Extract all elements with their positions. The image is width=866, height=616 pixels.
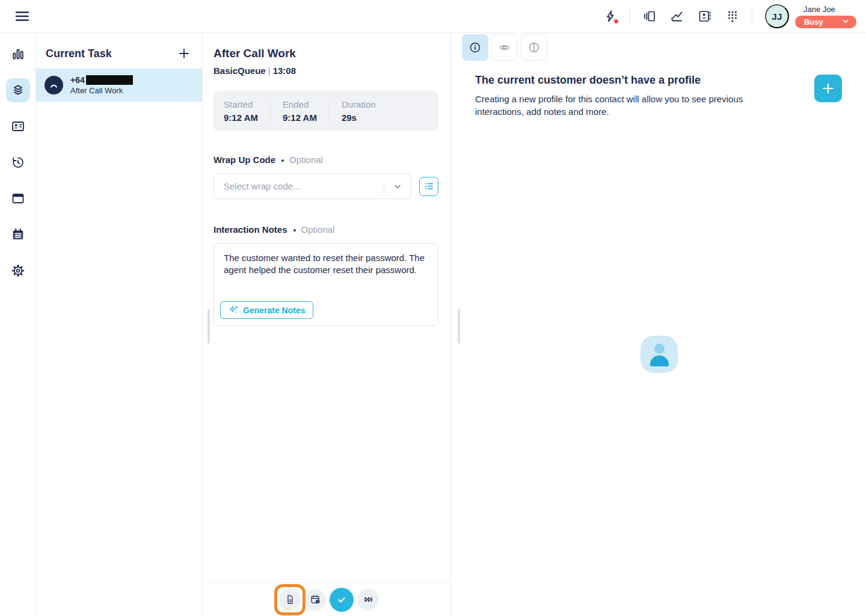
status-dropdown-button[interactable]: Busy [795,16,856,28]
stat-value: 9:12 AM [283,112,317,123]
call-stats-box: Started 9:12 AM Ended 9:12 AM Duration 2… [213,91,438,131]
sidebar-item-settings[interactable] [6,259,30,283]
create-profile-button[interactable] [814,75,842,102]
task-phone-prefix: +64 [70,75,85,85]
notes-document-button[interactable] [279,589,301,611]
panels-icon [642,9,657,23]
optional-label: Optional [289,155,323,165]
wrap-code-select[interactable]: Select wrap code... [213,173,411,199]
contacts-directory-button[interactable] [693,4,717,28]
schedule-callback-button[interactable] [304,589,326,611]
hamburger-icon [14,10,30,23]
eye-icon [498,41,511,54]
customer-profile-panel: The current customer doesn’t have a prof… [451,33,866,616]
skip-button[interactable] [357,589,379,611]
stat-started: Started 9:12 AM [213,99,270,123]
user-name: Jane Joe [803,5,835,14]
profile-tabs [462,34,866,61]
detail-scrollbar-thumb[interactable] [207,309,210,343]
history-icon [11,155,25,170]
user-avatar[interactable]: JJ [765,4,789,28]
queue-line: BasicQueue|13:08 [213,66,450,76]
stat-ended: Ended 9:12 AM [270,99,329,123]
task-list-item[interactable]: +64 After Call Work [36,69,202,102]
calendar-clock-icon [310,594,321,605]
no-profile-description: Creating a new profile for this contact … [475,93,759,118]
generate-notes-button[interactable]: Generate Notes [220,301,313,319]
avatar-body [650,356,669,366]
interaction-notes-input[interactable]: The customer wanted to reset their passw… [214,244,438,295]
stat-value: 9:12 AM [224,112,258,123]
chevron-down-icon [841,17,850,26]
sidebar-item-contacts[interactable] [6,114,30,138]
call-badge [45,76,63,94]
optional-label: Optional [301,224,335,235]
bar-chart-icon [11,47,25,61]
document-icon [284,594,296,605]
dialpad-button[interactable] [720,4,745,28]
check-icon [335,593,348,606]
status-label: Busy [804,17,823,26]
tab-preview[interactable] [491,34,518,61]
sidebar-item-tasks[interactable] [6,78,30,102]
queue-name: BasicQueue [213,66,266,76]
stat-label: Duration [342,99,376,109]
browser-window-icon [11,191,25,206]
quick-actions-button[interactable] [598,4,622,28]
sidebar-item-history[interactable] [6,150,30,174]
interaction-notes-label: Interaction Notes [213,224,287,235]
analytics-button[interactable] [665,4,689,28]
interaction-notes-box: The customer wanted to reset their passw… [213,243,438,326]
left-nav-rail [0,33,36,616]
layers-icon [11,83,25,97]
detail-title: After Call Work [213,47,450,60]
bullet-dot [293,229,296,232]
calendar-icon [11,227,25,242]
tab-split-view[interactable] [521,34,547,61]
add-task-button[interactable] [177,47,191,60]
line-chart-icon [670,9,684,23]
contact-card-icon [11,119,25,134]
stat-duration: Duration 29s [329,99,388,123]
contact-book-icon [698,9,712,23]
sidebar-item-calendar[interactable] [6,223,30,247]
wrap-code-list-button[interactable] [419,177,438,196]
profile-scrollbar-thumb[interactable] [458,309,460,343]
task-state-label: After Call Work [70,86,133,95]
task-timer: 13:08 [273,66,296,76]
redacted-phone-number [86,75,133,85]
dialpad-icon [725,9,740,23]
divider [630,7,630,25]
current-task-panel: Current Task +64 After Call Work [36,33,203,616]
divider [384,179,384,194]
no-profile-heading: The current customer doesn’t have a prof… [475,74,759,87]
stat-label: Ended [283,99,317,109]
top-bar: JJ Jane Joe Busy [0,0,866,33]
ai-sparkle-icon [229,305,239,315]
wrap-code-placeholder: Select wrap code... [214,181,384,191]
phone-handset-icon [49,80,59,90]
split-circle-icon [527,41,541,54]
chevron-down-icon [392,180,404,192]
bullet-dot [281,159,284,162]
sidebar-item-browser[interactable] [6,186,30,211]
tab-info[interactable] [462,34,488,61]
avatar-head [654,343,665,354]
plus-icon [821,82,835,95]
profile-avatar-placeholder [640,336,678,373]
info-icon [468,41,482,54]
plus-icon [177,47,191,60]
complete-task-button[interactable] [330,588,354,612]
wrap-up-code-label: Wrap Up Code [213,155,275,165]
side-panel-button[interactable] [637,4,662,28]
gear-icon [11,263,25,278]
sidebar-item-dashboard[interactable] [6,42,30,66]
notification-dot [613,19,619,24]
bulleted-list-icon [423,180,435,192]
task-footer-toolbar [207,582,450,616]
generate-notes-label: Generate Notes [243,306,305,315]
task-detail-panel: After Call Work BasicQueue|13:08 Started… [203,33,451,616]
panel-title: Current Task [46,48,112,60]
hamburger-menu-button[interactable] [10,4,34,28]
queue-separator: | [266,66,273,76]
